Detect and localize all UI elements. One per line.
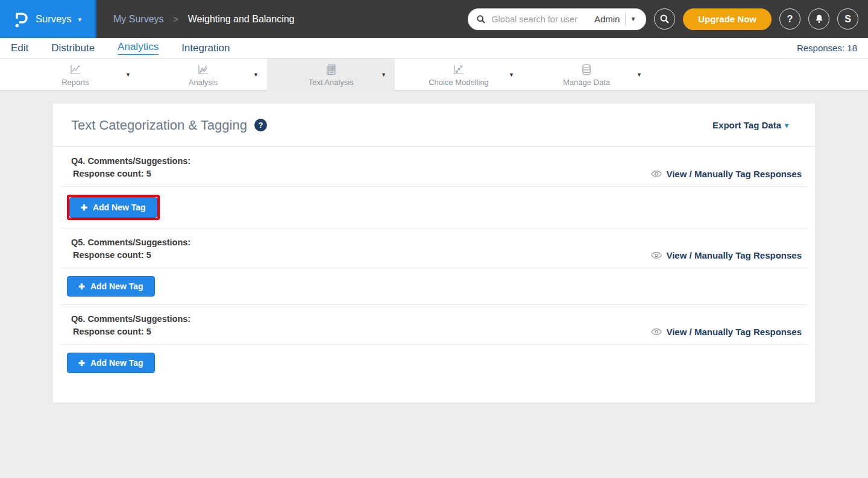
- card-header: Text Categorization & Tagging ? Export T…: [53, 104, 815, 146]
- questionpro-logo-icon: [12, 10, 29, 29]
- eye-icon: [651, 170, 662, 178]
- breadcrumb-separator-icon: >: [174, 14, 178, 24]
- text-tagging-card: Text Categorization & Tagging ? Export T…: [53, 104, 815, 403]
- search-scope-caret-icon[interactable]: ▼: [626, 16, 640, 22]
- avatar-initial: S: [844, 14, 851, 25]
- breadcrumb-current-survey: Weighting and Balancing: [188, 14, 295, 25]
- search-icon: [476, 14, 486, 24]
- nav-item-analytics[interactable]: Analytics: [118, 41, 159, 55]
- scatter-chart-icon: [452, 63, 465, 76]
- add-tag-label: Add New Tag: [90, 281, 143, 291]
- response-count: Response count: 5: [71, 325, 151, 338]
- global-search-input[interactable]: [491, 14, 594, 24]
- line-chart-icon: [69, 63, 82, 76]
- add-tag-label: Add New Tag: [90, 358, 143, 368]
- view-manually-tag-link[interactable]: View / Manually Tag Responses: [651, 169, 802, 179]
- chevron-down-icon[interactable]: ▼: [381, 72, 386, 78]
- responses-count: Responses: 18: [797, 43, 857, 53]
- view-manually-tag-link[interactable]: View / Manually Tag Responses: [651, 327, 802, 337]
- breadcrumb: My Surveys > Weighting and Balancing: [113, 14, 294, 25]
- chevron-down-icon[interactable]: ▼: [253, 72, 259, 78]
- add-new-tag-button[interactable]: ✚Add New Tag: [67, 353, 155, 373]
- add-new-tag-button[interactable]: ✚Add New Tag: [69, 197, 157, 218]
- title-help-icon[interactable]: ?: [254, 119, 267, 131]
- add-new-tag-button[interactable]: ✚Add New Tag: [67, 276, 155, 297]
- brand-surveys-menu[interactable]: Surveys ▾: [0, 0, 96, 38]
- chevron-down-icon[interactable]: ▼: [637, 72, 642, 78]
- question-title: Q5. Comments/Suggestions:: [71, 236, 802, 248]
- export-label: Export Tag Data: [712, 120, 781, 130]
- document-grid-icon: [324, 63, 338, 76]
- tutorial-highlight-box: ✚Add New Tag: [67, 195, 160, 220]
- plus-icon: ✚: [78, 282, 85, 291]
- nav-item-edit[interactable]: Edit: [11, 42, 28, 54]
- question-title: Q6. Comments/Suggestions:: [71, 313, 802, 325]
- view-link-label: View / Manually Tag Responses: [666, 250, 802, 260]
- account-avatar[interactable]: S: [837, 8, 858, 30]
- search-scope-label: Admin: [594, 14, 620, 24]
- database-icon: [580, 63, 593, 76]
- plus-icon: ✚: [78, 359, 85, 368]
- response-count: Response count: 5: [71, 249, 151, 262]
- content-area: Text Categorization & Tagging ? Export T…: [0, 91, 868, 477]
- multi-line-chart-icon: [197, 63, 210, 76]
- tab-text-analysis[interactable]: Text Analysis ▼: [267, 58, 395, 91]
- upgrade-now-button[interactable]: Upgrade Now: [683, 8, 772, 30]
- question-section-q5: Q5. Comments/Suggestions: Response count…: [53, 228, 815, 305]
- tab-label: Manage Data: [563, 78, 610, 87]
- tab-label: Text Analysis: [308, 78, 353, 87]
- view-link-label: View / Manually Tag Responses: [666, 169, 802, 179]
- question-section-q6: Q6. Comments/Suggestions: Response count…: [53, 305, 815, 381]
- notifications-button[interactable]: [808, 8, 829, 30]
- tab-label: Analysis: [189, 78, 218, 87]
- view-link-label: View / Manually Tag Responses: [666, 327, 802, 337]
- question-section-q4: Q4. Comments/Suggestions: Response count…: [53, 147, 815, 228]
- survey-nav: Edit Distribute Analytics Integration Re…: [0, 38, 868, 58]
- global-search-bar[interactable]: Admin ▼: [468, 8, 646, 30]
- page-title: Text Categorization & Tagging: [71, 118, 247, 133]
- question-mark-icon: ?: [787, 14, 793, 25]
- bell-icon: [814, 14, 824, 24]
- chevron-down-icon: ▾: [78, 16, 82, 24]
- eye-icon: [651, 251, 662, 259]
- top-header: Surveys ▾ My Surveys > Weighting and Bal…: [0, 0, 868, 38]
- view-manually-tag-link[interactable]: View / Manually Tag Responses: [651, 250, 802, 260]
- chevron-down-icon[interactable]: ▼: [125, 72, 131, 78]
- question-title: Q4. Comments/Suggestions:: [71, 155, 802, 167]
- nav-item-integration[interactable]: Integration: [181, 42, 230, 54]
- breadcrumb-my-surveys[interactable]: My Surveys: [113, 14, 164, 25]
- header-search-button[interactable]: [654, 8, 675, 30]
- analytics-tabbar: Reports ▼ Analysis ▼ Text Analysis ▼: [0, 58, 868, 91]
- tab-manage-data[interactable]: Manage Data ▼: [523, 58, 650, 91]
- chevron-down-icon[interactable]: ▼: [509, 72, 514, 78]
- header-actions: Admin ▼ Upgrade Now ? S: [468, 8, 858, 30]
- brand-product-label: Surveys: [36, 13, 72, 25]
- help-button[interactable]: ?: [779, 8, 800, 30]
- tab-label: Reports: [61, 78, 89, 87]
- eye-icon: [651, 328, 662, 336]
- tab-choice-modelling[interactable]: Choice Modelling ▼: [395, 58, 523, 91]
- export-tag-data-dropdown[interactable]: Export Tag Data ▾: [712, 120, 788, 130]
- tab-analysis[interactable]: Analysis ▼: [139, 58, 267, 91]
- plus-icon: ✚: [81, 203, 87, 212]
- tab-label: Choice Modelling: [429, 78, 489, 87]
- response-count: Response count: 5: [71, 168, 151, 180]
- nav-item-distribute[interactable]: Distribute: [51, 42, 95, 54]
- add-tag-label: Add New Tag: [93, 203, 146, 212]
- tab-reports[interactable]: Reports ▼: [11, 58, 139, 91]
- chevron-down-icon: ▾: [785, 121, 788, 130]
